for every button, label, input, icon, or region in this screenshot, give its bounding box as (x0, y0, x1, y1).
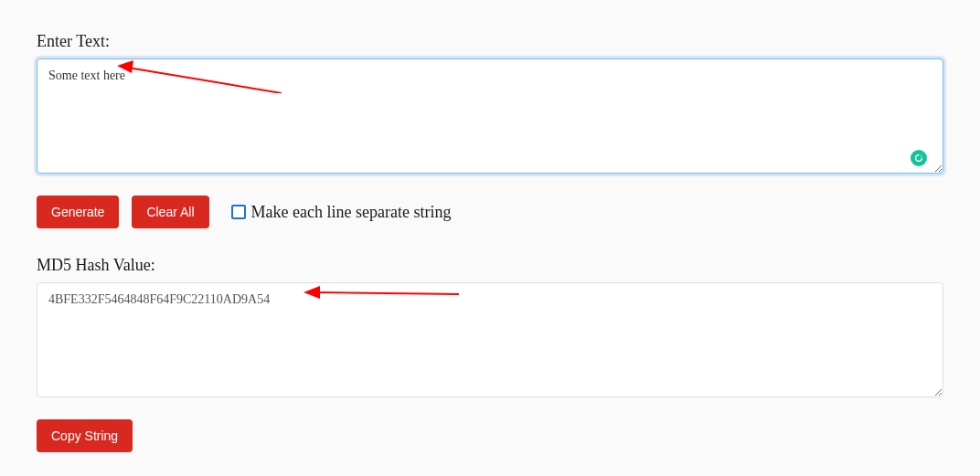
input-label: Enter Text: (37, 32, 943, 51)
clear-all-button[interactable]: Clear All (132, 196, 208, 228)
controls-row: Generate Clear All Make each line separa… (37, 196, 943, 228)
copy-row: Copy String (37, 419, 943, 452)
copy-string-button[interactable]: Copy String (37, 419, 133, 452)
input-wrap (37, 58, 943, 177)
checkbox-wrap: Make each line separate string (231, 203, 452, 222)
grammarly-icon (911, 150, 927, 166)
checkbox-label: Make each line separate string (251, 203, 452, 222)
generate-button[interactable]: Generate (37, 196, 119, 228)
output-label: MD5 Hash Value: (37, 256, 943, 275)
separate-lines-checkbox[interactable] (231, 205, 246, 219)
md5-hash-output[interactable] (37, 282, 943, 397)
enter-text-input[interactable] (37, 58, 943, 174)
